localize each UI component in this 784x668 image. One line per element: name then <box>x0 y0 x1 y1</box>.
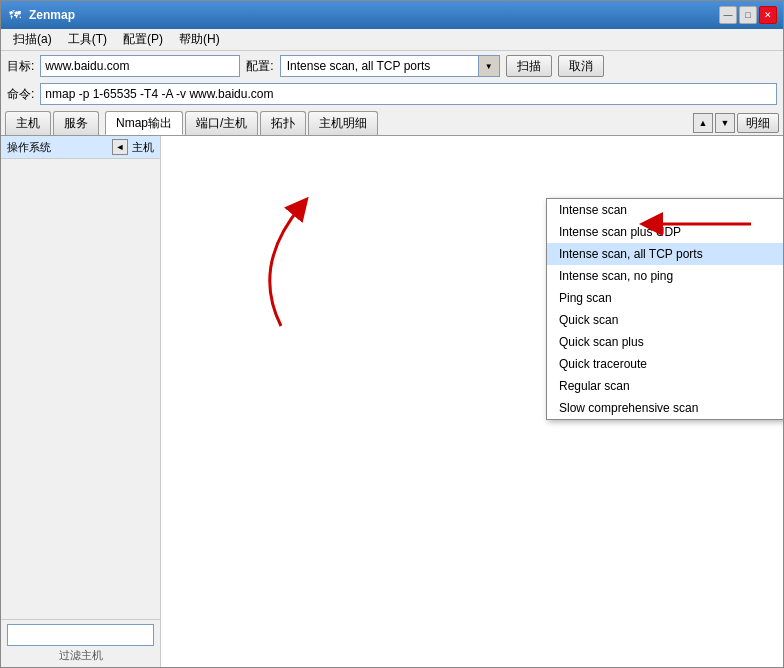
dropdown-overlay: Intense scan Intense scan plus UDP Inten… <box>161 136 783 667</box>
profile-dropdown: Intense scan Intense scan plus UDP Inten… <box>546 198 783 420</box>
target-label: 目标: <box>7 58 34 75</box>
title-bar-left: 🗺 Zenmap <box>7 7 75 23</box>
tab-port-host[interactable]: 端口/主机 <box>185 111 258 135</box>
tab-service[interactable]: 服务 <box>53 111 99 135</box>
menu-config[interactable]: 配置(P) <box>115 29 171 50</box>
scroll-down-btn[interactable]: ▼ <box>715 113 735 133</box>
cmd-row: 命令: <box>1 81 783 107</box>
detail-button[interactable]: 明细 <box>737 113 779 133</box>
minimize-button[interactable]: — <box>719 6 737 24</box>
main-window: 🗺 Zenmap — □ ✕ 扫描(a) 工具(T) 配置(P) 帮助(H) 目… <box>0 0 784 668</box>
cancel-button[interactable]: 取消 <box>558 55 604 77</box>
app-icon: 🗺 <box>7 7 23 23</box>
dropdown-intense-no-ping[interactable]: Intense scan, no ping <box>547 265 783 287</box>
tab-topology[interactable]: 拓扑 <box>260 111 306 135</box>
scan-button[interactable]: 扫描 <box>506 55 552 77</box>
sidebar: 操作系统 ◄ 主机 过滤主机 <box>1 136 161 667</box>
title-bar-controls: — □ ✕ <box>719 6 777 24</box>
toolbar: 目标: 配置: Intense scan, all TCP ports ▼ 扫描… <box>1 51 783 81</box>
sidebar-content <box>1 159 160 619</box>
filter-input[interactable] <box>7 624 154 646</box>
cmd-label: 命令: <box>7 86 34 103</box>
dropdown-intense-udp[interactable]: Intense scan plus UDP <box>547 221 783 243</box>
dropdown-ping-scan[interactable]: Ping scan <box>547 287 783 309</box>
content-panel: Intense scan Intense scan plus UDP Inten… <box>161 136 783 667</box>
dropdown-intense-scan[interactable]: Intense scan <box>547 199 783 221</box>
menu-bar: 扫描(a) 工具(T) 配置(P) 帮助(H) <box>1 29 783 51</box>
maximize-button[interactable]: □ <box>739 6 757 24</box>
filter-bar: 过滤主机 <box>1 619 160 667</box>
tab-host-detail[interactable]: 主机明细 <box>308 111 378 135</box>
profile-label: 配置: <box>246 58 273 75</box>
dropdown-intense-tcp[interactable]: Intense scan, all TCP ports <box>547 243 783 265</box>
dropdown-quick-scan[interactable]: Quick scan <box>547 309 783 331</box>
sidebar-os-label: 操作系统 <box>7 140 51 155</box>
title-bar: 🗺 Zenmap — □ ✕ <box>1 1 783 29</box>
menu-scan[interactable]: 扫描(a) <box>5 29 60 50</box>
dropdown-regular-scan[interactable]: Regular scan <box>547 375 783 397</box>
annotation-arrow1 <box>221 186 421 336</box>
profile-select-display[interactable]: Intense scan, all TCP ports <box>280 55 500 77</box>
filter-label: 过滤主机 <box>7 648 154 663</box>
sidebar-host-label: 主机 <box>132 140 154 155</box>
dropdown-quick-scan-plus[interactable]: Quick scan plus <box>547 331 783 353</box>
window-title: Zenmap <box>29 8 75 22</box>
dropdown-slow-comprehensive[interactable]: Slow comprehensive scan <box>547 397 783 419</box>
menu-help[interactable]: 帮助(H) <box>171 29 228 50</box>
target-input[interactable] <box>40 55 240 77</box>
profile-select-arrow[interactable]: ▼ <box>478 55 500 77</box>
cmd-input[interactable] <box>40 83 777 105</box>
main-content: 操作系统 ◄ 主机 过滤主机 Intense scan Intense scan… <box>1 135 783 667</box>
menu-tools[interactable]: 工具(T) <box>60 29 115 50</box>
tab-nmap-output[interactable]: Nmap输出 <box>105 111 183 135</box>
close-button[interactable]: ✕ <box>759 6 777 24</box>
profile-select-container: Intense scan, all TCP ports ▼ <box>280 55 500 77</box>
scroll-up-btn[interactable]: ▲ <box>693 113 713 133</box>
tab-host[interactable]: 主机 <box>5 111 51 135</box>
dropdown-quick-traceroute[interactable]: Quick traceroute <box>547 353 783 375</box>
sidebar-collapse-btn[interactable]: ◄ <box>112 139 128 155</box>
sidebar-header: 操作系统 ◄ 主机 <box>1 136 160 159</box>
